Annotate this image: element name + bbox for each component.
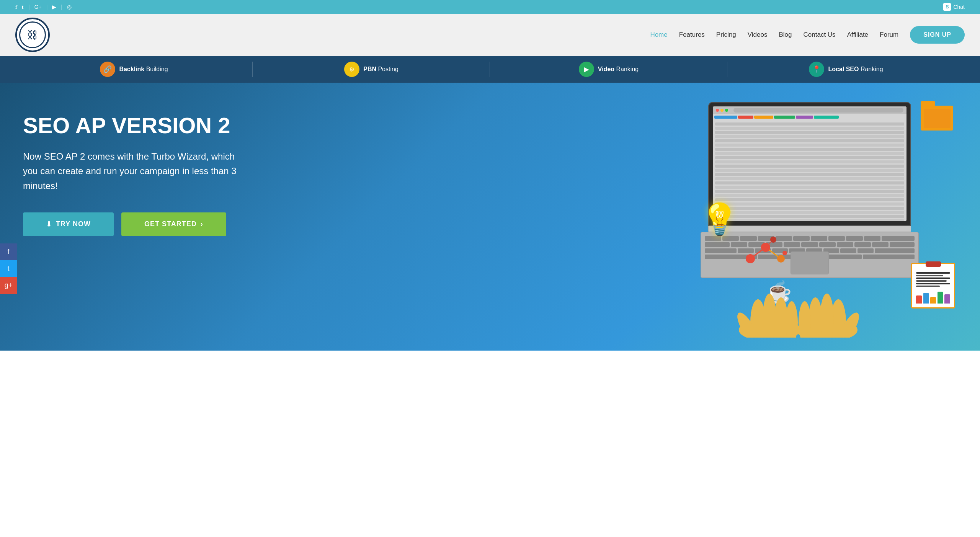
try-now-button[interactable]: ⬇ TRY NOW [23,212,114,236]
twitter-top-icon[interactable]: 𝐭 [22,4,24,10]
backlink-text: Backlink Building [119,66,168,73]
get-started-label: GET STARTED [144,220,197,228]
hero-content: SEO AP VERSION 2 Now SEO AP 2 comes with… [23,113,245,236]
hands-decoration [724,269,869,339]
nav-pricing[interactable]: Pricing [716,31,736,39]
facebook-icon: f [7,248,9,256]
nav-features[interactable]: Features [679,31,705,39]
svg-point-4 [761,243,770,252]
divider1: | [28,4,30,10]
arrow-right-icon: › [201,220,203,228]
download-icon: ⬇ [46,220,52,229]
logo-circle: ⛓ [15,18,50,52]
nav-home[interactable]: Home [650,31,667,39]
logo-icon: ⛓ [19,21,46,48]
svg-point-5 [777,255,785,263]
pbn-icon: ⚙ [344,62,359,77]
local-seo-text: Local SEO Ranking [828,66,883,73]
feature-pbn: ⚙ PBN Posting [253,62,490,77]
hero-section: SEO AP VERSION 2 Now SEO AP 2 comes with… [0,83,980,351]
backlink-icon: 🔗 [100,62,115,77]
main-nav: Home Features Pricing Videos Blog Contac… [650,26,965,44]
chat-link[interactable]: S Chat [943,3,965,11]
divider3: | [61,4,62,10]
lightbulb-decoration: 💡 [701,201,739,237]
sidebar-googleplus-button[interactable]: g+ [0,277,17,294]
svg-point-12 [786,301,798,338]
logo[interactable]: ⛓ [15,18,50,52]
divider2: | [46,4,48,10]
svg-point-3 [746,254,755,263]
youtube-top-icon[interactable]: ▶ [52,4,56,10]
twitter-icon: t [7,264,9,273]
nav-blog[interactable]: Blog [779,31,792,39]
nav-contact-us[interactable]: Contact Us [804,31,836,39]
top-bar: 𝐟 𝐭 | G+ | ▶ | ◎ S Chat [0,0,980,14]
get-started-button[interactable]: GET STARTED › [121,212,226,236]
feature-video: ▶ Video Ranking [490,62,727,77]
feature-backlink: 🔗 Backlink Building [15,62,253,77]
social-sidebar: f t g+ [0,243,17,294]
signup-button[interactable]: SIGN UP [910,26,965,44]
chat-label: Chat [953,4,965,10]
header: ⛓ Home Features Pricing Videos Blog Cont… [0,14,980,56]
nav-affiliate[interactable]: Affiliate [847,31,868,39]
video-icon: ▶ [579,62,594,77]
hero-illustration: 💡 ☕ [689,90,957,339]
pbn-text: PBN Posting [363,66,399,73]
svg-point-6 [770,237,776,243]
local-seo-icon: 📍 [809,62,824,77]
sidebar-facebook-button[interactable]: f [0,243,17,260]
social-icons-group: 𝐟 𝐭 | G+ | ▶ | ◎ [15,4,72,10]
googleplus-icon: g+ [5,281,13,289]
clipboard-decoration [911,263,955,308]
nav-forum[interactable]: Forum [880,31,898,39]
laptop-screen [708,102,911,278]
network-decoration [743,232,789,272]
feature-local-seo: 📍 Local SEO Ranking [727,62,965,77]
video-text: Video Ranking [598,66,639,73]
skype-icon: S [943,3,951,11]
feature-bar: 🔗 Backlink Building ⚙ PBN Posting ▶ Vide… [0,56,980,83]
instagram-top-icon[interactable]: ◎ [67,4,72,10]
folder-decoration [921,106,953,131]
googleplus-top-icon[interactable]: G+ [34,4,42,10]
try-now-label: TRY NOW [56,220,91,228]
sidebar-twitter-button[interactable]: t [0,260,17,277]
nav-videos[interactable]: Videos [748,31,768,39]
hero-title: SEO AP VERSION 2 [23,113,245,138]
hero-buttons: ⬇ TRY NOW GET STARTED › [23,212,245,236]
svg-point-7 [782,251,787,255]
facebook-top-icon[interactable]: 𝐟 [15,4,17,10]
svg-point-18 [799,301,811,338]
hero-subtitle: Now SEO AP 2 comes with the Turbo Wizard… [23,149,245,193]
